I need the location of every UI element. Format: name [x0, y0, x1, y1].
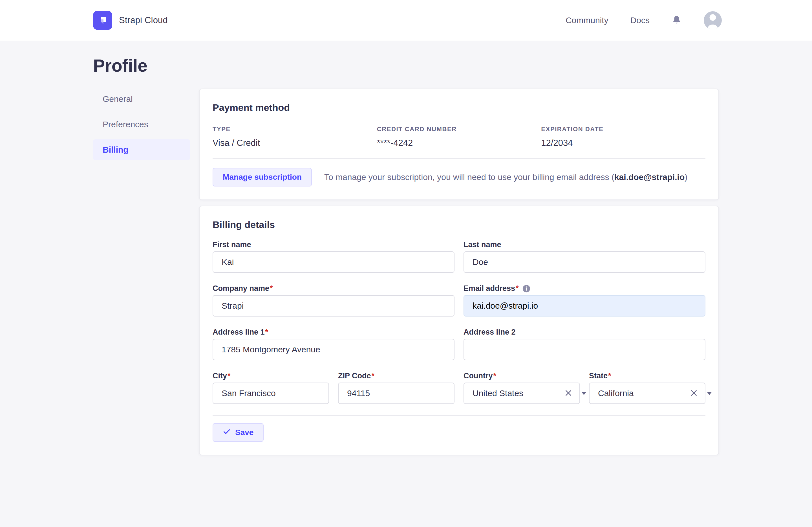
notifications-button[interactable] — [671, 15, 682, 26]
address-line-1-label: Address line 1* — [213, 328, 268, 337]
company-name-label: Company name* — [213, 284, 273, 293]
city-input[interactable] — [213, 383, 329, 404]
payment-method-summary: TYPE Visa / Credit CREDIT CARD NUMBER **… — [213, 126, 706, 148]
divider — [213, 158, 706, 159]
strapi-logo-icon — [93, 11, 112, 30]
field-state: State* California — [589, 372, 706, 404]
billing-details-form: First name Last name Company name* — [213, 240, 706, 442]
person-icon — [704, 11, 722, 29]
field-address-line-2: Address line 2 — [464, 328, 706, 360]
state-label: State* — [589, 372, 611, 380]
first-name-input[interactable] — [213, 251, 454, 273]
sidebar-item-preferences[interactable]: Preferences — [93, 114, 190, 135]
check-icon — [223, 428, 231, 438]
address-line-2-input[interactable] — [464, 339, 706, 360]
field-company-name: Company name* — [213, 284, 454, 316]
zip-code-label: ZIP Code* — [338, 372, 374, 380]
city-label: City* — [213, 372, 231, 380]
required-marker: * — [516, 284, 519, 293]
last-name-label: Last name — [464, 240, 501, 249]
state-select[interactable]: California — [589, 383, 706, 404]
strapi-cloud-profile-page: Strapi Cloud Community Docs — [0, 0, 812, 527]
expiration-column: EXPIRATION DATE 12/2034 — [541, 126, 706, 148]
card-number-label: CREDIT CARD NUMBER — [377, 126, 541, 133]
save-button-label: Save — [235, 428, 253, 437]
manage-subscription-button[interactable]: Manage subscription — [213, 168, 312, 186]
info-icon[interactable] — [522, 284, 531, 293]
x-clear-icon — [564, 389, 572, 398]
card-number-column: CREDIT CARD NUMBER ****-4242 — [377, 126, 541, 148]
bell-icon — [671, 15, 682, 26]
profile-sidebar: General Preferences Billing — [93, 89, 190, 165]
nav-docs-link[interactable]: Docs — [630, 15, 650, 25]
billing-details-card: Billing details First name Last name — [199, 206, 719, 455]
user-avatar[interactable] — [704, 11, 722, 29]
address-line-2-label: Address line 2 — [464, 328, 516, 337]
email-address-label: Email address* — [464, 284, 531, 293]
required-marker: * — [228, 372, 231, 380]
country-select[interactable]: United States — [464, 383, 580, 404]
field-email-address: Email address* — [464, 284, 706, 316]
zip-code-input[interactable] — [338, 383, 454, 404]
main-content: Profile General Preferences Billing Paym… — [0, 55, 812, 455]
field-address-line-1: Address line 1* — [213, 328, 454, 360]
required-marker: * — [270, 284, 273, 293]
save-row: Save — [213, 423, 706, 442]
divider — [213, 415, 706, 416]
billing-email-address: kai.doe@strapi.io — [614, 172, 684, 182]
expiration-value: 12/2034 — [541, 138, 706, 148]
x-clear-icon — [690, 389, 698, 398]
required-marker: * — [608, 372, 611, 380]
company-name-input[interactable] — [213, 295, 454, 316]
payment-method-card: Payment method TYPE Visa / Credit CREDIT… — [199, 89, 719, 200]
address-line-1-input[interactable] — [213, 339, 454, 360]
country-label: Country* — [464, 372, 496, 380]
page-title: Profile — [93, 55, 812, 76]
field-city: City* — [213, 372, 329, 404]
save-button[interactable]: Save — [213, 423, 264, 442]
nav-community-link[interactable]: Community — [566, 15, 608, 25]
top-nav: Strapi Cloud Community Docs — [0, 0, 812, 41]
manage-subscription-row: Manage subscription To manage your subsc… — [213, 168, 706, 186]
first-name-label: First name — [213, 240, 251, 249]
field-first-name: First name — [213, 240, 454, 273]
sidebar-item-billing[interactable]: Billing — [93, 139, 190, 160]
field-country: Country* United States — [464, 372, 580, 404]
header-nav: Community Docs — [566, 11, 722, 29]
payment-method-title: Payment method — [213, 102, 706, 113]
billing-details-title: Billing details — [213, 219, 706, 230]
billing-email-note: To manage your subscription, you will ne… — [324, 172, 687, 182]
email-address-input[interactable] — [464, 295, 706, 316]
clear-state-button[interactable] — [690, 389, 698, 398]
clear-country-button[interactable] — [564, 389, 572, 398]
field-last-name: Last name — [464, 240, 706, 273]
last-name-input[interactable] — [464, 251, 706, 273]
field-zip-code: ZIP Code* — [338, 372, 454, 404]
cards-column: Payment method TYPE Visa / Credit CREDIT… — [199, 89, 719, 455]
brand-name: Strapi Cloud — [119, 15, 168, 25]
payment-type-value: Visa / Credit — [213, 138, 377, 148]
sidebar-item-general[interactable]: General — [93, 89, 190, 110]
payment-type-label: TYPE — [213, 126, 377, 133]
card-number-value: ****-4242 — [377, 138, 541, 148]
caret-down-icon[interactable] — [582, 392, 586, 395]
expiration-label: EXPIRATION DATE — [541, 126, 706, 133]
state-value: California — [598, 388, 690, 398]
required-marker: * — [372, 372, 375, 380]
required-marker: * — [265, 328, 269, 337]
caret-down-icon[interactable] — [707, 392, 712, 395]
country-value: United States — [473, 388, 564, 398]
required-marker: * — [493, 372, 496, 380]
payment-type-column: TYPE Visa / Credit — [213, 126, 377, 148]
brand[interactable]: Strapi Cloud — [93, 11, 168, 30]
